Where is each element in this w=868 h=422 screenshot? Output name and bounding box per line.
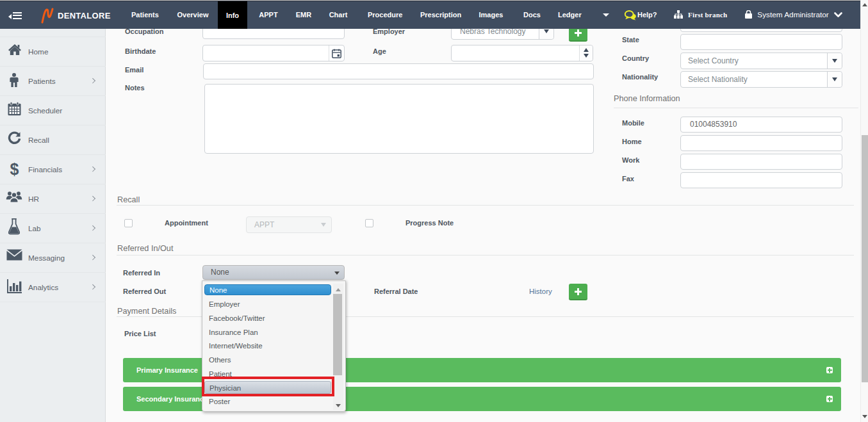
svg-text:$: $ — [10, 160, 19, 178]
